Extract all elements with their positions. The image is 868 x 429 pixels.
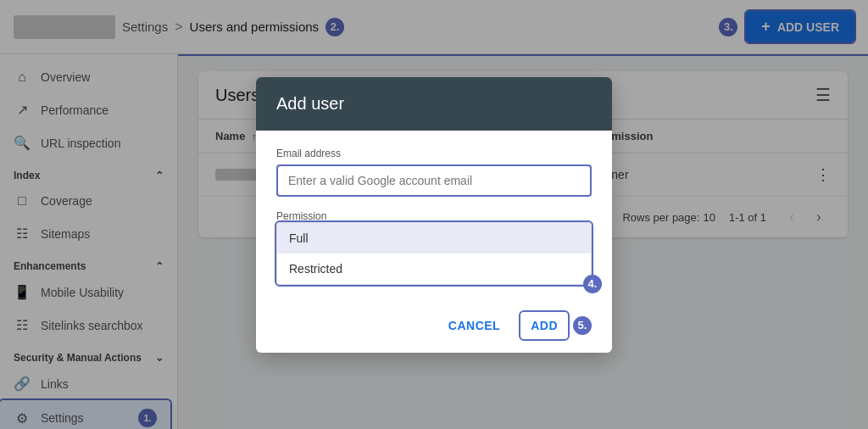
layout: ⌂ Overview ↗ Performance 🔍 URL inspectio… bbox=[0, 54, 868, 429]
permission-full-label: Full bbox=[289, 231, 309, 245]
cancel-label: CANCEL bbox=[448, 319, 500, 332]
permission-dropdown[interactable]: Full Restricted bbox=[276, 222, 592, 285]
permission-restricted-label: Restricted bbox=[289, 262, 342, 276]
cancel-button[interactable]: CANCEL bbox=[438, 312, 510, 339]
annotation-badge-4: 4. bbox=[583, 275, 602, 293]
permission-option-full[interactable]: Full bbox=[277, 223, 591, 254]
email-input[interactable] bbox=[288, 174, 580, 187]
dialog-overlay: Add user Email address Permission Full bbox=[178, 54, 868, 429]
add-btn-wrap: ADD 5. bbox=[520, 312, 592, 339]
dialog-title: Add user bbox=[276, 94, 344, 113]
annotation-badge-5: 5. bbox=[573, 316, 592, 335]
permission-option-restricted[interactable]: Restricted bbox=[277, 254, 591, 284]
add-label: ADD bbox=[531, 319, 558, 332]
email-label: Email address bbox=[276, 148, 592, 159]
email-input-wrapper[interactable] bbox=[276, 164, 592, 197]
dialog-footer: CANCEL ADD 5. bbox=[256, 302, 612, 353]
dialog-body: Email address Permission Full Restricted bbox=[256, 131, 612, 302]
dialog-header: Add user bbox=[256, 77, 612, 131]
main-content: Users ☰ Name ↑ Email Permission bbox=[178, 54, 868, 429]
permission-label: Permission bbox=[276, 210, 592, 222]
add-user-dialog: Add user Email address Permission Full bbox=[256, 77, 612, 353]
add-button[interactable]: ADD bbox=[520, 312, 568, 339]
